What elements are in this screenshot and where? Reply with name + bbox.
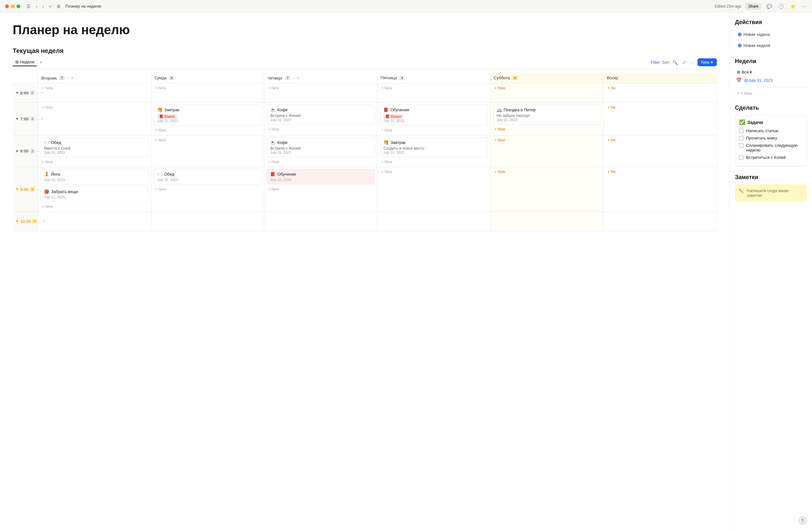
time-label-8: ▼ 8:00 3 ··· + xyxy=(13,135,38,167)
titlebar-right: Edited 25m ago Share 💬 🕐 ⭐ ··· xyxy=(715,3,807,10)
new-saturday-9[interactable]: + New xyxy=(493,169,601,175)
checkbox-meet-kolya[interactable] xyxy=(739,155,743,160)
fullscreen-button[interactable] xyxy=(16,4,20,8)
add-page-icon[interactable]: + xyxy=(47,3,53,10)
pencil-icon: ✏️ xyxy=(739,189,744,194)
tuesday-more-icon[interactable]: ··· xyxy=(66,76,69,80)
todo-read-book[interactable]: Прочитать книгу xyxy=(739,136,803,141)
toolbar-right: Filter Sort 🔍 ⤢ ··· New ▾ xyxy=(651,58,717,66)
new-thursday-9[interactable]: + New xyxy=(267,187,375,192)
new-sunday-6[interactable]: + Ne xyxy=(606,85,714,91)
more-button[interactable]: ··· xyxy=(689,59,696,65)
forward-icon[interactable]: › xyxy=(41,3,45,10)
share-button[interactable]: Share xyxy=(745,3,762,10)
todo-meet-kolya[interactable]: Встретиться с Колей xyxy=(739,155,803,160)
sidebar-toggle-icon[interactable]: ☰ xyxy=(25,3,32,10)
checkbox-write-article[interactable] xyxy=(739,129,743,133)
time-row-6: ▼ 6:00 0 ··· + + New + New + New + New xyxy=(13,83,717,103)
task-breakfast-8[interactable]: 🥞 Завтрак Сходить в новое место July 31,… xyxy=(380,137,488,157)
time-label-9: ▼ 9:00 4 ··· + xyxy=(13,167,38,211)
new-sunday-8[interactable]: + Ne xyxy=(606,137,714,143)
collapse-icon-9[interactable]: ▼ xyxy=(15,187,19,191)
notes-box[interactable]: ✏️ Напишите сюда ваши заметки xyxy=(735,185,807,202)
thursday-add-icon[interactable]: + xyxy=(297,75,300,80)
new-week-button[interactable]: ⊕ Новая неделя xyxy=(735,41,807,50)
new-friday-7[interactable]: + New xyxy=(380,128,488,133)
sunday-6: + Ne xyxy=(604,83,717,102)
checkbox-read-book[interactable] xyxy=(739,136,743,141)
tab-week[interactable]: ⊞ Неделя xyxy=(13,58,37,66)
task-lunch-8[interactable]: 🍽️ Обед Вместе с Олей July 31, 2023 xyxy=(41,137,148,157)
checkbox-plan-week[interactable] xyxy=(739,143,743,148)
task-lunch-9[interactable]: 🍽️ Обед July 31, 2023 xyxy=(154,169,262,185)
new-tuesday-6[interactable]: + New xyxy=(41,85,148,91)
time-label-6: ▼ 6:00 0 ··· + xyxy=(13,83,38,102)
new-friday-8[interactable]: + New xyxy=(380,159,488,165)
friday-7: 📕 Обучение 📕 Важно July 31, 2023 + New xyxy=(377,103,491,135)
divider xyxy=(735,87,807,88)
new-friday-9[interactable]: + New xyxy=(380,169,488,175)
new-thursday-8[interactable]: + New xyxy=(267,159,375,165)
new-sunday-9[interactable]: + Ne xyxy=(606,169,714,175)
new-thursday-6[interactable]: + New xyxy=(267,85,375,91)
todo-plan-week[interactable]: Спланировать следующую неделю xyxy=(739,143,803,152)
tuesday-add-icon[interactable]: + xyxy=(71,75,74,80)
task-zavtrak[interactable]: 🥞 Завтрак 📕 Важно July 31, 2023 xyxy=(154,105,262,126)
right-sidebar: Действия ⊕ Новая задача ⊕ Новая неделя Н… xyxy=(729,13,812,530)
add-tab-icon[interactable]: + xyxy=(39,60,42,65)
new-tuesday-8[interactable]: + New xyxy=(41,159,148,165)
new-wednesday-7[interactable]: + New xyxy=(154,128,262,133)
collapse-icon-8[interactable]: ▼ xyxy=(15,149,19,153)
new-wednesday-6[interactable]: + New xyxy=(154,85,262,91)
new-button[interactable]: New ▾ xyxy=(697,58,717,66)
task-coffee-8[interactable]: ☕ Кофе Встреча с Женей July 31, 2023 xyxy=(267,137,375,157)
new-week-small-button[interactable]: + + New xyxy=(735,90,807,97)
todo-section: Сделать ✅ Задачи Написать статью Прочита… xyxy=(735,105,807,166)
new-thursday-7[interactable]: + New xyxy=(267,127,375,132)
new-task-button[interactable]: ⊕ Новая задача xyxy=(735,29,807,39)
todo-write-article[interactable]: Написать статью xyxy=(739,128,803,133)
task-coffee-7[interactable]: ☕ Кофе Встреча с Женей July 31, 2023 xyxy=(267,105,375,124)
search-button[interactable]: 🔍 xyxy=(671,59,679,65)
back-icon[interactable]: ‹ xyxy=(34,3,39,10)
thursday-more-icon[interactable]: ··· xyxy=(291,76,295,80)
star-icon[interactable]: ⭐ xyxy=(789,3,797,10)
layout-button[interactable]: ⤢ xyxy=(681,59,687,65)
new-sunday-7[interactable]: + Ne xyxy=(606,105,714,110)
collapse-icon-7[interactable]: ▼ xyxy=(15,117,19,121)
calendar-grid: Вторник 7 ··· + Среда 4 Четверг 7 xyxy=(13,73,717,231)
filter-button[interactable]: Filter xyxy=(651,60,660,65)
time-label-10: ▼ 10:00 4 ··· + xyxy=(13,212,38,231)
app-container: Планер на неделю Текущая неделя ⊞ Неделя… xyxy=(0,13,812,530)
week-july-item[interactable]: 📅 @July 31, 2023 xyxy=(735,76,807,85)
task-trip-7[interactable]: 🚐 Поездка в Питер Не забыть паспорт July… xyxy=(493,105,601,124)
collapse-icon-10[interactable]: ▼ xyxy=(15,219,19,223)
new-tuesday-9[interactable]: + New xyxy=(41,204,148,209)
task-obuchenie-7[interactable]: 📕 Обучение 📕 Важно July 31, 2023 xyxy=(380,105,488,126)
comment-icon[interactable]: 💬 xyxy=(765,3,773,10)
new-wednesday-9[interactable]: + New xyxy=(154,187,262,192)
col-header-thursday: Четверг 7 ··· + xyxy=(264,73,377,83)
new-wednesday-8[interactable]: + New xyxy=(154,137,262,143)
more-options-icon[interactable]: ··· xyxy=(801,3,807,10)
history-icon[interactable]: 🕐 xyxy=(777,3,785,10)
titlebar: ☰ ‹ › + ⊞ Планер на неделю Edited 25m ag… xyxy=(0,0,812,13)
collapse-icon[interactable]: ▼ xyxy=(15,91,19,95)
new-saturday-6[interactable]: + New xyxy=(493,85,601,91)
new-saturday-7[interactable]: + New xyxy=(493,127,601,132)
new-friday-6[interactable]: + New xyxy=(380,85,488,91)
close-button[interactable] xyxy=(5,4,9,8)
help-button[interactable]: ? xyxy=(798,516,807,525)
time-row-7: ▼ 7:00 4 ··· + + New 🥞 Завтрак 📕 Важно J… xyxy=(13,103,717,135)
all-weeks-dropdown[interactable]: ⊞ Все ▾ xyxy=(735,69,807,76)
tuesday-8: 🍽️ Обед Вместе с Олей July 31, 2023 + Ne… xyxy=(38,135,151,167)
new-saturday-8[interactable]: + New xyxy=(493,137,601,143)
task-study-9[interactable]: 📕 Обучение July 31, 2023 xyxy=(267,169,375,185)
minimize-button[interactable] xyxy=(11,4,15,8)
task-yoga-9[interactable]: 🧘 Йога July 31, 2023 xyxy=(41,169,148,185)
friday-6: + New xyxy=(377,83,491,102)
friday-10 xyxy=(377,212,491,231)
sort-button[interactable]: Sort xyxy=(662,60,669,65)
task-pickup-9[interactable]: 🎒 Забрать вещи July 31, 2023 xyxy=(41,187,148,202)
new-tuesday-7[interactable]: + New xyxy=(41,105,148,110)
